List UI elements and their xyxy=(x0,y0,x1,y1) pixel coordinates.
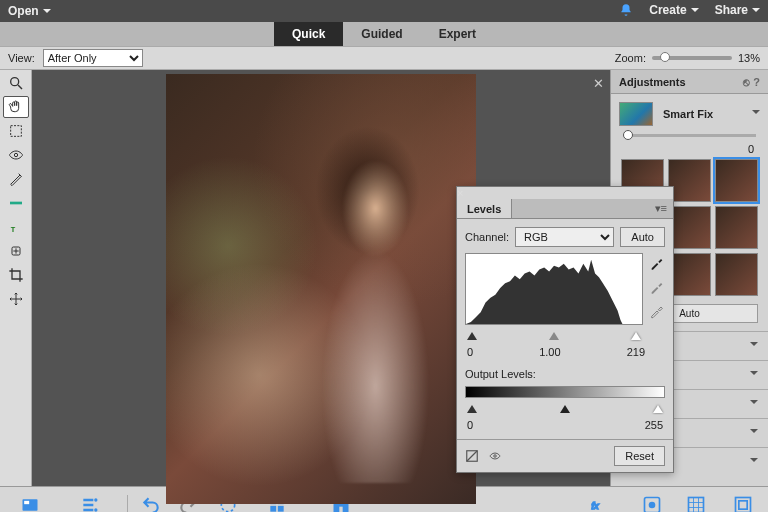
share-menu[interactable]: Share xyxy=(715,3,760,20)
effects-button[interactable]: Effects xyxy=(634,493,669,512)
undo-button[interactable]: Undo xyxy=(136,493,166,512)
smartfix-label: Smart Fix xyxy=(663,108,713,120)
preset-thumb[interactable] xyxy=(715,253,758,296)
spot-heal-tool[interactable] xyxy=(3,240,29,262)
preset-thumb[interactable] xyxy=(668,206,711,249)
chevron-down-icon xyxy=(752,110,760,118)
levels-dialog: × Levels ▾≡ Channel: RGB Auto 0 1.00 219… xyxy=(456,186,674,473)
preset-thumb[interactable] xyxy=(715,206,758,249)
tab-guided[interactable]: Guided xyxy=(343,22,420,46)
input-white: 219 xyxy=(627,346,645,358)
move-tool[interactable] xyxy=(3,288,29,310)
app-menubar: Open Create Share xyxy=(0,0,768,22)
textures-button[interactable]: Textures xyxy=(675,493,717,512)
chevron-down-icon xyxy=(691,8,699,16)
levels-auto-button[interactable]: Auto xyxy=(620,227,665,247)
eye-tool[interactable] xyxy=(3,144,29,166)
channel-select[interactable]: RGB xyxy=(515,227,614,247)
toggle-preview-checkbox[interactable] xyxy=(465,449,479,463)
chevron-down-icon xyxy=(752,8,760,16)
input-black: 0 xyxy=(467,346,473,358)
visibility-icon[interactable] xyxy=(487,450,503,462)
view-select[interactable]: After Only xyxy=(43,49,143,67)
tab-quick[interactable]: Quick xyxy=(274,22,343,46)
svg-point-24 xyxy=(648,502,655,509)
zoom-tool[interactable] xyxy=(3,72,29,94)
create-menu[interactable]: Create xyxy=(649,3,698,20)
input-gamma: 1.00 xyxy=(539,346,560,358)
svg-rect-4 xyxy=(10,202,22,205)
svg-rect-25 xyxy=(689,498,704,513)
svg-text:fx: fx xyxy=(592,501,600,511)
options-bar: View: After Only Zoom: 13% xyxy=(0,46,768,70)
panel-title: Adjustments xyxy=(619,76,686,88)
output-white: 255 xyxy=(645,419,663,431)
preset-thumb[interactable] xyxy=(668,159,711,202)
svg-point-11 xyxy=(494,455,497,458)
chevron-down-icon xyxy=(43,9,51,17)
gray-eyedropper-icon[interactable] xyxy=(649,279,665,295)
crop-tool[interactable] xyxy=(3,264,29,286)
output-black: 0 xyxy=(467,419,473,431)
whiten-tool[interactable] xyxy=(3,168,29,190)
preset-thumb[interactable] xyxy=(715,159,758,202)
svg-line-10 xyxy=(467,451,478,462)
black-eyedropper-icon[interactable] xyxy=(649,255,665,271)
zoom-slider[interactable] xyxy=(652,56,732,60)
preset-thumb[interactable] xyxy=(668,253,711,296)
svg-rect-19 xyxy=(271,506,277,512)
frames-button[interactable]: Frames xyxy=(723,493,762,512)
view-label: View: xyxy=(8,52,35,64)
svg-rect-20 xyxy=(278,506,284,512)
input-sliders[interactable] xyxy=(465,327,665,340)
svg-point-0 xyxy=(10,78,18,86)
open-menu[interactable]: Open xyxy=(8,4,51,18)
output-label: Output Levels: xyxy=(465,368,665,380)
output-gradient xyxy=(465,386,665,398)
levels-tab[interactable]: Levels xyxy=(457,199,512,218)
svg-rect-13 xyxy=(24,501,29,504)
hand-tool[interactable] xyxy=(3,96,29,118)
svg-point-3 xyxy=(14,153,17,156)
document-image xyxy=(166,74,476,504)
panel-menu-icon[interactable]: ▾≡ xyxy=(655,202,667,215)
zoom-label: Zoom: xyxy=(615,52,646,64)
smartfix-header[interactable]: Smart Fix xyxy=(611,94,768,134)
mode-tabs: Quick Guided Expert xyxy=(0,22,768,46)
svg-rect-27 xyxy=(739,501,747,509)
intensity-value: 0 xyxy=(748,143,754,155)
svg-rect-2 xyxy=(10,126,21,137)
output-sliders[interactable] xyxy=(465,400,665,413)
svg-point-14 xyxy=(94,498,97,501)
svg-rect-21 xyxy=(339,507,342,512)
close-dialog-icon[interactable]: × xyxy=(457,187,463,199)
svg-line-1 xyxy=(18,85,22,89)
toolbox: T xyxy=(0,70,32,486)
close-document-icon[interactable]: ✕ xyxy=(593,76,604,91)
smartfix-thumb-icon xyxy=(619,102,653,126)
tool-options-button[interactable]: Tool Options xyxy=(61,493,119,512)
histogram xyxy=(465,253,643,325)
straighten-tool[interactable] xyxy=(3,192,29,214)
photo-bin-button[interactable]: Photo Bin xyxy=(6,493,53,512)
notifications-icon[interactable] xyxy=(619,3,633,20)
white-eyedropper-icon[interactable] xyxy=(649,303,665,319)
selection-tool[interactable] xyxy=(3,120,29,142)
smartfix-intensity-slider[interactable] xyxy=(623,134,756,137)
tab-expert[interactable]: Expert xyxy=(421,22,494,46)
type-tool[interactable]: T xyxy=(3,216,29,238)
adjustments-button[interactable]: fxAdjustments xyxy=(571,493,629,512)
svg-text:T: T xyxy=(10,225,15,234)
panel-help-icon[interactable]: ⎋ ? xyxy=(743,76,760,88)
channel-label: Channel: xyxy=(465,231,509,243)
svg-point-15 xyxy=(94,508,97,511)
reset-button[interactable]: Reset xyxy=(614,446,665,466)
zoom-percent: 13% xyxy=(738,52,760,64)
